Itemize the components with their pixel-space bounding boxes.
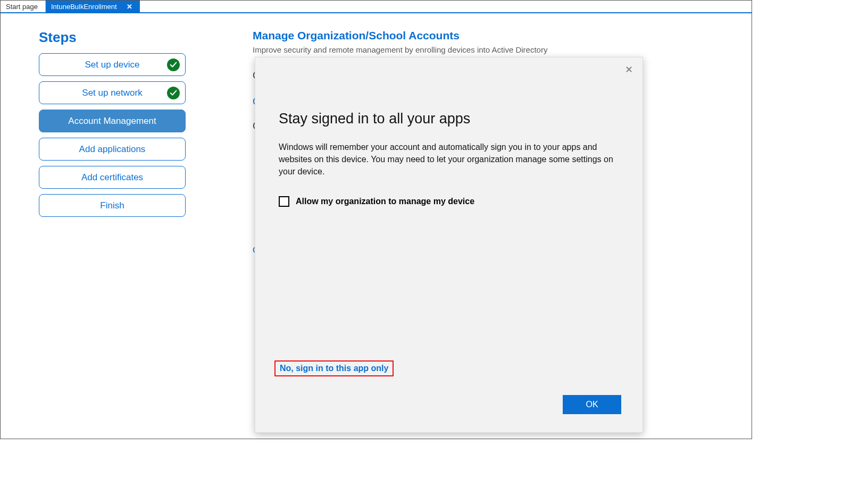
dialog-title: Stay signed in to all your apps (279, 111, 619, 127)
step-set-up-device[interactable]: Set up device (39, 53, 186, 76)
page-title: Manage Organization/School Accounts (253, 29, 547, 42)
ok-button[interactable]: OK (563, 395, 621, 414)
check-icon (167, 58, 180, 71)
step-label: Set up network (82, 88, 142, 98)
checkbox-label: Allow my organization to manage my devic… (296, 197, 474, 206)
step-label: Account Management (68, 116, 156, 127)
step-label: Add applications (79, 144, 146, 155)
tab-label: IntuneBulkEnrollment (51, 3, 117, 11)
close-tab-icon[interactable]: ✕ (127, 3, 132, 11)
step-add-applications[interactable]: Add applications (39, 138, 186, 161)
dialog-body: Stay signed in to all your apps Windows … (255, 57, 643, 207)
tab-label: Start page (6, 3, 38, 11)
link-text[interactable]: No, sign in to this app only (280, 364, 388, 373)
manage-device-checkbox-row[interactable]: Allow my organization to manage my devic… (279, 196, 619, 207)
tab-intune-bulk-enrollment[interactable]: IntuneBulkEnrollment ✕ (46, 1, 140, 12)
steps-heading: Steps (39, 29, 213, 46)
checkbox-icon[interactable] (279, 196, 289, 207)
step-finish[interactable]: Finish (39, 194, 186, 217)
step-add-certificates[interactable]: Add certificates (39, 166, 186, 189)
sign-in-dialog: ✕ Stay signed in to all your apps Window… (255, 57, 643, 433)
dialog-text: Windows will remember your account and a… (279, 141, 619, 178)
check-icon (167, 87, 180, 99)
tab-start-page[interactable]: Start page (1, 1, 46, 12)
page-subtitle: Improve security and remote management b… (253, 45, 547, 54)
tab-strip: Start page IntuneBulkEnrollment ✕ (1, 1, 752, 13)
steps-sidebar: Steps Set up device Set up network Accou… (1, 29, 213, 222)
app-window: Start page IntuneBulkEnrollment ✕ Steps … (0, 0, 752, 439)
sign-in-this-app-only-link[interactable]: No, sign in to this app only (274, 360, 394, 376)
step-account-management[interactable]: Account Management (39, 110, 186, 132)
step-label: Set up device (85, 60, 139, 70)
step-label: Add certificates (81, 172, 143, 183)
step-label: Finish (100, 200, 124, 211)
step-set-up-network[interactable]: Set up network (39, 81, 186, 104)
close-icon[interactable]: ✕ (623, 63, 635, 77)
